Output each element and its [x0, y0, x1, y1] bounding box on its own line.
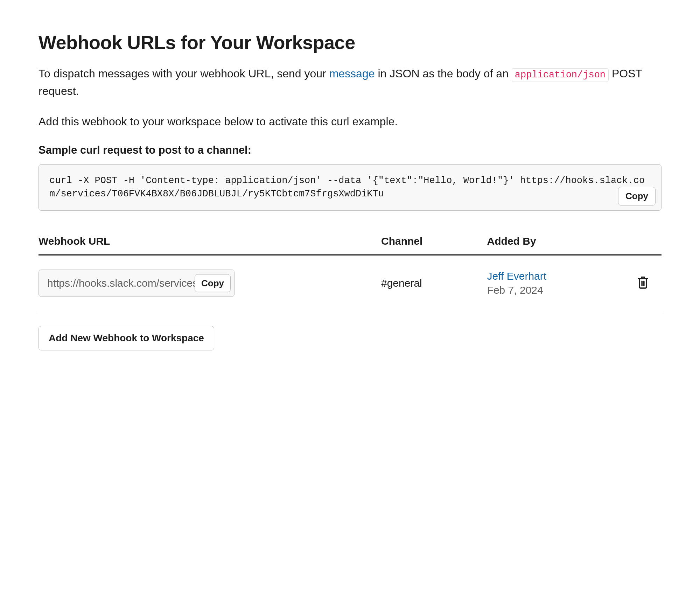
- added-by-date: Feb 7, 2024: [487, 284, 624, 296]
- header-added-by: Added By: [487, 235, 624, 247]
- curl-example-panel: curl -X POST -H 'Content-type: applicati…: [38, 164, 662, 211]
- webhook-table-header: Webhook URL Channel Added By: [38, 235, 662, 256]
- intro-text-prefix: To dispatch messages with your webhook U…: [38, 67, 329, 80]
- delete-webhook-button[interactable]: [637, 275, 649, 291]
- webhook-table-row: https://hooks.slack.com/services Copy #g…: [38, 256, 662, 311]
- added-by-user-link[interactable]: Jeff Everhart: [487, 270, 547, 282]
- trash-icon: [637, 275, 649, 289]
- copy-webhook-url-button[interactable]: Copy: [195, 274, 231, 292]
- page-heading: Webhook URLs for Your Workspace: [38, 32, 662, 53]
- header-channel: Channel: [381, 235, 487, 247]
- curl-example-code: curl -X POST -H 'Content-type: applicati…: [49, 174, 651, 201]
- add-new-webhook-button[interactable]: Add New Webhook to Workspace: [38, 326, 214, 350]
- header-webhook-url: Webhook URL: [38, 235, 381, 247]
- content-type-code: application/json: [512, 68, 609, 82]
- activate-note: Add this webhook to your workspace below…: [38, 113, 662, 131]
- sample-curl-label: Sample curl request to post to a channel…: [38, 144, 662, 156]
- webhook-channel: #general: [381, 277, 422, 289]
- intro-text-mid: in JSON as the body of an: [374, 67, 511, 80]
- intro-paragraph: To dispatch messages with your webhook U…: [38, 65, 662, 100]
- webhook-url-box: https://hooks.slack.com/services Copy: [38, 270, 234, 297]
- copy-curl-button[interactable]: Copy: [618, 187, 656, 205]
- message-link[interactable]: message: [329, 67, 375, 80]
